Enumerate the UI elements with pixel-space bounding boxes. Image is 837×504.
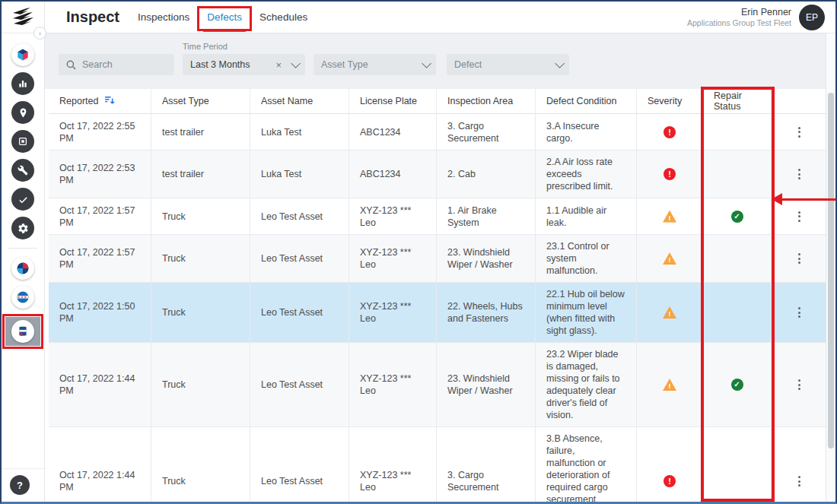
time-period-label: Time Period: [183, 42, 228, 51]
table-row[interactable]: Oct 17, 2022 1:50 PMTruckLeo Test AssetX…: [49, 283, 827, 343]
search-input[interactable]: Search: [59, 54, 174, 75]
cell-severity: !: [637, 427, 703, 504]
severity-minor-icon: !: [663, 211, 676, 223]
cell-reported: Oct 17, 2022 1:44 PM: [49, 427, 151, 504]
time-period-dropdown[interactable]: Last 3 Months ×: [183, 54, 305, 75]
geotab-logo-icon: [11, 8, 34, 27]
table-row[interactable]: Oct 17, 2022 1:44 PMTruckLeo Test AssetX…: [49, 343, 827, 427]
column-header-inspection-area[interactable]: Inspection Area: [437, 89, 536, 113]
sidebar-expand-chevron-icon[interactable]: ›: [33, 27, 46, 40]
cell-defect-condition: 1.1 Audible air leak.: [536, 198, 637, 234]
kebab-menu-icon[interactable]: [795, 166, 804, 182]
column-header-repair-status[interactable]: Repair Status: [703, 89, 772, 113]
tab-schedules[interactable]: Schedules: [258, 2, 309, 33]
cell-asset-name: Leo Test Asset: [250, 427, 349, 504]
cell-license-plate: XYZ-123 *** Leo: [349, 198, 437, 234]
cell-asset-type: Truck: [151, 427, 250, 504]
cell-severity: !: [637, 283, 703, 342]
defect-dropdown[interactable]: Defect: [447, 54, 569, 75]
sidebar-item-productivity-chart[interactable]: [11, 72, 34, 95]
cell-reported: Oct 17, 2022 2:53 PM: [49, 151, 151, 198]
kebab-menu-icon[interactable]: [795, 250, 804, 267]
sidebar-item-route-planner[interactable]: [11, 286, 34, 309]
cell-license-plate: XYZ-123 *** Leo: [349, 343, 437, 426]
cell-asset-name: Leo Test Asset: [250, 198, 349, 234]
table-row[interactable]: Oct 17, 2022 1:44 PMTruckLeo Test AssetX…: [49, 427, 827, 504]
cell-defect-condition: 23.2 Wiper blade is damaged, missing or …: [536, 343, 637, 426]
severity-major-icon: !: [664, 168, 676, 180]
clear-filter-icon[interactable]: ×: [275, 60, 282, 70]
cell-license-plate: XYZ-123 *** Leo: [349, 283, 437, 342]
cell-repair-status: ✓: [703, 198, 772, 234]
sidebar-item-inspect-app[interactable]: [5, 317, 40, 346]
column-header-defect-condition[interactable]: Defect Condition: [536, 89, 637, 113]
severity-minor-icon: !: [663, 379, 676, 391]
scrollbar-thumb[interactable]: [828, 93, 834, 449]
cell-repair-status: [703, 235, 772, 282]
cell-asset-type: Truck: [151, 198, 250, 234]
sidebar-item-dashboard-card[interactable]: [11, 130, 34, 153]
sort-descending-icon[interactable]: [103, 94, 115, 108]
cell-actions: [772, 343, 827, 426]
cell-asset-name: Leo Test Asset: [250, 343, 349, 426]
cell-asset-type: Truck: [151, 235, 250, 282]
tab-defects[interactable]: Defects: [205, 2, 243, 33]
avatar[interactable]: EP: [799, 5, 825, 30]
sidebar-item-maintenance-wrench[interactable]: [11, 159, 34, 182]
chevron-down-icon: [422, 59, 431, 68]
column-header-asset-type[interactable]: Asset Type: [151, 89, 250, 113]
column-header-license-plate[interactable]: License Plate: [349, 89, 437, 113]
table-row[interactable]: Oct 17, 2022 1:57 PMTruckLeo Test AssetX…: [49, 198, 827, 235]
marketplace-pinwheel-icon: [11, 257, 34, 280]
asset-type-dropdown[interactable]: Asset Type: [313, 54, 436, 75]
help-area: ?: [2, 468, 44, 502]
cell-actions: [772, 235, 827, 282]
sidebar-item-map-pin[interactable]: [11, 101, 34, 124]
cell-license-plate: ABC1234: [349, 114, 437, 150]
kebab-menu-icon[interactable]: [795, 376, 804, 393]
cell-asset-type: test trailer: [151, 114, 250, 150]
kebab-menu-icon[interactable]: [795, 473, 804, 490]
cell-severity: !: [637, 151, 703, 198]
inspect-app-window: › ? Inspect InspectionsDefectsSchedules …: [0, 0, 837, 504]
sidebar-item-marketplace-pinwheel[interactable]: [11, 257, 34, 280]
table-row[interactable]: Oct 17, 2022 2:55 PMtest trailerLuka Tes…: [49, 114, 827, 151]
tab-inspections[interactable]: Inspections: [136, 2, 191, 33]
cell-asset-name: Luka Test: [250, 151, 349, 198]
cell-inspection-area: 3. Cargo Securement: [437, 114, 536, 150]
top-bar: Inspect InspectionsDefectsSchedules Erin…: [45, 2, 835, 33]
help-icon[interactable]: ?: [10, 475, 30, 495]
cell-actions: [772, 198, 827, 234]
kebab-menu-icon[interactable]: [795, 124, 804, 141]
map-pin-icon: [11, 101, 34, 124]
kebab-menu-icon[interactable]: [795, 304, 804, 321]
cell-reported: Oct 17, 2022 1:50 PM: [49, 283, 151, 342]
chevron-down-icon: [555, 59, 565, 68]
sidebar-item-geotab-cube[interactable]: [11, 43, 34, 66]
geotab-cube-icon: [11, 43, 34, 66]
sidebar-item-compliance-check[interactable]: [11, 188, 34, 211]
route-planner-icon: [11, 286, 34, 309]
kebab-menu-icon[interactable]: [795, 208, 804, 225]
column-header-severity[interactable]: Severity: [637, 89, 703, 113]
cell-repair-status: [703, 283, 772, 342]
column-header-reported[interactable]: Reported: [49, 89, 151, 113]
table-row[interactable]: Oct 17, 2022 2:53 PMtest trailerLuka Tes…: [49, 151, 827, 198]
vertical-scrollbar[interactable]: [826, 33, 835, 502]
table-row[interactable]: Oct 17, 2022 1:57 PMTruckLeo Test AssetX…: [49, 235, 827, 283]
main-content: Inspect InspectionsDefectsSchedules Erin…: [45, 2, 835, 502]
cell-asset-type: Truck: [151, 283, 250, 342]
table-body: Oct 17, 2022 2:55 PMtest trailerLuka Tes…: [49, 114, 827, 504]
table-header-row: ReportedAsset TypeAsset NameLicense Plat…: [49, 89, 827, 114]
dashboard-card-icon: [11, 130, 34, 153]
severity-major-icon: !: [664, 126, 676, 138]
cell-reported: Oct 17, 2022 1:57 PM: [49, 198, 151, 234]
column-header-asset-name[interactable]: Asset Name: [250, 89, 349, 113]
defect-placeholder: Defect: [454, 59, 482, 70]
cell-defect-condition: 22.1 Hub oil below minimum level (when f…: [536, 283, 637, 342]
sidebar: › ?: [2, 2, 45, 502]
cell-license-plate: ABC1234: [349, 151, 437, 198]
sidebar-item-settings-gear[interactable]: [11, 217, 34, 239]
cell-reported: Oct 17, 2022 1:57 PM: [49, 235, 151, 282]
maintenance-wrench-icon: [11, 159, 34, 182]
